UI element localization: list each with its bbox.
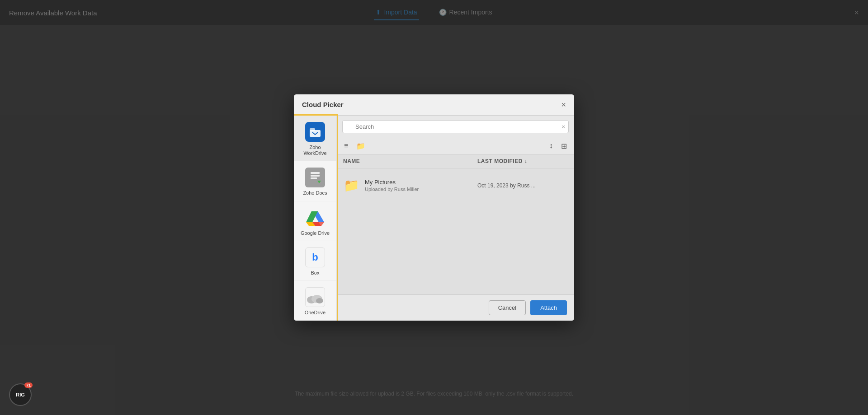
search-clear-button[interactable]: × (561, 123, 565, 130)
file-row[interactable]: 📁 My Pictures Uploaded by Russ Miller Oc… (337, 173, 574, 198)
list-view-button[interactable]: ≡ (342, 141, 350, 151)
gdrive-icon (305, 208, 325, 228)
svg-rect-1 (310, 128, 315, 131)
svg-rect-2 (311, 172, 320, 174)
gdrive-label: Google Drive (301, 230, 330, 236)
modal-header: Cloud Picker × (294, 94, 574, 116)
modal-body: Zoho WorkDrive Zoho Docs (294, 116, 574, 321)
modal-footer: Cancel Attach (337, 294, 574, 321)
onedrive-label: OneDrive (305, 310, 326, 316)
column-name-header: NAME (343, 158, 477, 164)
provider-gdrive[interactable]: Google Drive (294, 201, 336, 241)
sort-indicator: ↓ (524, 158, 528, 164)
modal-close-button[interactable]: × (561, 101, 566, 109)
file-subtitle: Uploaded by Russ Miller (365, 187, 477, 192)
column-modified-header: LAST MODIFIED ↓ (477, 158, 568, 164)
file-info: My Pictures Uploaded by Russ Miller (365, 179, 477, 192)
file-name: My Pictures (365, 179, 477, 186)
folder-button[interactable]: 📁 (354, 141, 367, 151)
search-bar: 🔍 × (337, 116, 574, 138)
svg-rect-0 (310, 130, 321, 137)
provider-zohodos[interactable]: Zoho Docs (294, 161, 336, 201)
avatar[interactable]: RIG 71 (9, 383, 32, 406)
sort-button[interactable]: ↕ (547, 141, 555, 151)
svg-rect-3 (311, 175, 320, 177)
cancel-button[interactable]: Cancel (489, 300, 526, 315)
box-label: Box (311, 270, 320, 276)
workdrive-icon (305, 122, 325, 142)
file-folder-icon: 📁 (343, 177, 359, 194)
files-list: 📁 My Pictures Uploaded by Russ Miller Oc… (337, 168, 574, 294)
attach-button[interactable]: Attach (530, 300, 567, 315)
workdrive-label: Zoho WorkDrive (297, 145, 333, 156)
provider-workdrive[interactable]: Zoho WorkDrive (294, 116, 336, 161)
modal-title: Cloud Picker (302, 101, 344, 108)
cloud-picker-modal: Cloud Picker × Zoho WorkDrive (294, 94, 574, 321)
picker-toolbar: ≡ 📁 ↕ ⊞ (337, 138, 574, 154)
table-header: NAME LAST MODIFIED ↓ (337, 154, 574, 168)
search-input[interactable] (342, 120, 569, 133)
provider-box[interactable]: b Box (294, 241, 336, 281)
grid-view-button[interactable]: ⊞ (559, 141, 569, 151)
notification-badge: 71 (24, 382, 33, 388)
provider-onedrive[interactable]: OneDrive (294, 281, 336, 321)
file-modified: Oct 19, 2023 by Russ ... (477, 182, 568, 189)
svg-point-12 (316, 298, 323, 303)
zohodos-label: Zoho Docs (303, 190, 327, 196)
provider-sidebar: Zoho WorkDrive Zoho Docs (294, 116, 337, 321)
picker-content: 🔍 × ≡ 📁 ↕ ⊞ NAME LAST (337, 116, 574, 321)
modal-backdrop: Cloud Picker × Zoho WorkDrive (0, 0, 868, 415)
folder-icon: 📁 (344, 178, 359, 193)
onedrive-icon (305, 287, 325, 307)
box-icon: b (305, 247, 325, 267)
avatar-initials: RIG (16, 392, 25, 397)
zohodos-icon (305, 168, 325, 187)
svg-rect-4 (311, 177, 317, 179)
search-wrapper: 🔍 × (342, 120, 569, 133)
